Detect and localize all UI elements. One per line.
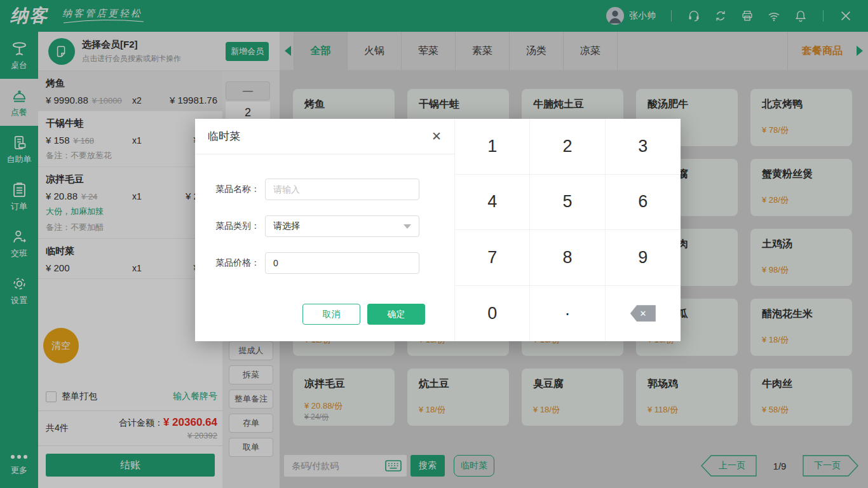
numpad-key-3[interactable]: 3 (606, 119, 681, 175)
numpad-key-5[interactable]: 5 (530, 175, 605, 231)
backspace-key[interactable]: ✕ (606, 286, 681, 342)
dish-category-value: 请选择 (273, 220, 300, 232)
pos-screen: 纳客 纳客管店更轻松 张小帅 (0, 0, 868, 488)
temp-dish-dialog: 临时菜 ✕ 菜品名称： 菜品类别： 请选择 菜品价格： 取消 确定 (195, 119, 681, 341)
dialog-header: 临时菜 ✕ (195, 119, 454, 154)
dialog-title: 临时菜 (208, 129, 240, 144)
dish-category-label: 菜品类别： (195, 220, 265, 232)
decimal-key[interactable]: · (530, 286, 605, 342)
dialog-buttons: 取消 确定 (195, 304, 454, 325)
dish-name-input[interactable] (265, 179, 419, 200)
numpad: 1234567890·✕ (454, 119, 681, 341)
numpad-key-2[interactable]: 2 (530, 119, 605, 175)
dish-price-input[interactable] (265, 252, 419, 274)
numpad-key-9[interactable]: 9 (606, 230, 681, 286)
numpad-key-8[interactable]: 8 (530, 230, 605, 286)
dialog-close-icon[interactable]: ✕ (431, 130, 442, 142)
cancel-button[interactable]: 取消 (302, 304, 360, 325)
field-row-name: 菜品名称： (195, 179, 454, 200)
chevron-down-icon (403, 224, 411, 229)
field-row-price: 菜品价格： (195, 252, 454, 274)
dish-name-label: 菜品名称： (195, 184, 265, 195)
temp-dish-form: 临时菜 ✕ 菜品名称： 菜品类别： 请选择 菜品价格： 取消 确定 (195, 119, 454, 341)
field-row-category: 菜品类别： 请选择 (195, 215, 454, 237)
dish-category-select[interactable]: 请选择 (265, 215, 419, 237)
confirm-button[interactable]: 确定 (367, 304, 425, 325)
numpad-key-7[interactable]: 7 (455, 230, 530, 286)
numpad-key-0[interactable]: 0 (455, 286, 530, 342)
numpad-key-1[interactable]: 1 (455, 119, 530, 175)
numpad-key-4[interactable]: 4 (455, 175, 530, 231)
numpad-key-6[interactable]: 6 (606, 175, 681, 231)
backspace-icon: ✕ (630, 305, 656, 322)
dish-price-label: 菜品价格： (195, 257, 265, 269)
